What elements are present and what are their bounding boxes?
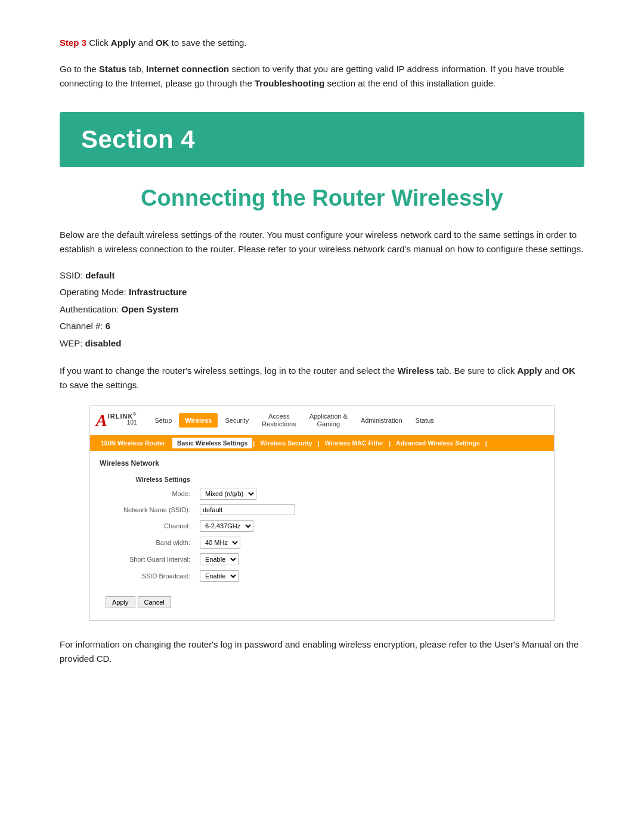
nav-tab-security[interactable]: Security [219, 413, 255, 428]
wireless-defaults: SSID: default Operating Mode: Infrastruc… [60, 267, 584, 352]
ssid-input[interactable] [200, 504, 295, 515]
internet-bold: Internet connection [146, 64, 229, 74]
section-subtitle: Connecting the Router Wirelessly [60, 185, 584, 212]
bandwidth-select[interactable]: 40 MHz [200, 537, 240, 549]
channel-label-field: Channel: [100, 518, 195, 534]
guard-select[interactable]: Enable [200, 553, 239, 565]
table-row-ssid: Network Name (SSID): [100, 502, 544, 518]
router-header: A IRLINK® 101 Setup Wireless Security Ac… [90, 406, 554, 435]
router-subheader: 150N Wireless Router Basic Wireless Sett… [90, 435, 554, 451]
wep-line: WEP: disabled [60, 335, 584, 352]
nav-tab-status[interactable]: Status [410, 413, 440, 428]
section-title: Section 4 [81, 125, 563, 154]
table-row-guard: Short Guard Interval: Enable [100, 551, 544, 568]
apply-bold: Apply [111, 38, 136, 48]
guard-label: Short Guard Interval: [100, 551, 195, 568]
nav-tab-administration[interactable]: Administration [355, 413, 408, 428]
wireless-settings-label: Wireless Settings [100, 473, 195, 485]
mode-label: Mode: [100, 485, 195, 502]
step3-text: Click [89, 38, 111, 48]
ok-bold: OK [156, 38, 169, 48]
nav-tab-setup[interactable]: Setup [149, 413, 178, 428]
router-nav-tabs: Setup Wireless Security AccessRestrictio… [149, 410, 548, 431]
footer-paragraph: For information on changing the router's… [60, 637, 584, 666]
bandwidth-label: Band width: [100, 534, 195, 551]
channel-value: 6 [106, 321, 110, 331]
table-row-channel: Channel: 6-2.437GHz [100, 518, 544, 534]
status-bold: Status [99, 64, 126, 74]
ssid-value: default [85, 270, 114, 280]
subtab-advanced-wireless[interactable]: Advanced Wireless Settings [391, 438, 485, 448]
table-row-header: Wireless Settings [100, 473, 544, 485]
status-paragraph: Go to the Status tab, Internet connectio… [60, 62, 584, 91]
mode-select[interactable]: Mixed (n/g/b) [200, 488, 256, 500]
ssid-broadcast-label: SSID Broadcast: [100, 568, 195, 584]
troubleshooting-bold: Troubleshooting [255, 78, 325, 88]
apply-button[interactable]: Apply [106, 596, 135, 608]
nav-tab-appgaming[interactable]: Application &Gaming [304, 410, 354, 431]
subtab-mac-filter[interactable]: Wireless MAC Filter [320, 438, 389, 448]
subtab-wireless-security[interactable]: Wireless Security [255, 438, 317, 448]
mode-line: Operating Mode: Infrastructure [60, 284, 584, 301]
router-logo: A IRLINK® 101 [96, 412, 137, 429]
channel-select[interactable]: 6-2.437GHz [200, 520, 253, 532]
channel-line: Channel #: 6 [60, 318, 584, 335]
intro-paragraph: Below are the default wireless settings … [60, 228, 584, 256]
settings-table: Wireless Settings Mode: Mixed (n/g/b) Ne… [100, 473, 544, 584]
step3-paragraph: Step 3 Click Apply and OK to save the se… [60, 36, 584, 50]
router-footer-buttons: Apply Cancel [100, 593, 544, 612]
ssid-label-field: Network Name (SSID): [100, 502, 195, 518]
nav-tab-wireless[interactable]: Wireless [179, 413, 218, 428]
subtab-basic-wireless[interactable]: Basic Wireless Settings [172, 438, 252, 448]
section-banner: Section 4 [60, 112, 584, 167]
table-row-bandwidth: Band width: 40 MHz [100, 534, 544, 551]
wireless-network-title: Wireless Network [100, 459, 544, 467]
router-body: Wireless Network Wireless Settings Mode:… [90, 451, 554, 620]
ssid-broadcast-select[interactable]: Enable [200, 570, 239, 582]
wep-value: disabled [85, 338, 122, 348]
auth-value: Open System [121, 304, 178, 314]
table-row-ssid-broadcast: SSID Broadcast: Enable [100, 568, 544, 584]
mode-value: Infrastructure [129, 287, 187, 297]
router-ui: A IRLINK® 101 Setup Wireless Security Ac… [89, 405, 555, 621]
auth-line: Authentication: Open System [60, 301, 584, 318]
wireless-apply-paragraph: If you want to change the router's wirel… [60, 364, 584, 392]
ssid-line: SSID: default [60, 267, 584, 284]
nav-tab-access[interactable]: AccessRestrictions [256, 410, 302, 431]
subtabs: Basic Wireless Settings | Wireless Secur… [172, 438, 488, 448]
wireless-bold: Wireless [398, 366, 435, 376]
table-row-mode: Mode: Mixed (n/g/b) [100, 485, 544, 502]
logo-a-letter: A [96, 412, 107, 429]
cancel-button[interactable]: Cancel [138, 596, 171, 608]
subheader-brand: 150N Wireless Router [96, 438, 170, 448]
step3-label: Step 3 [60, 38, 86, 48]
logo-101: 101 [108, 420, 137, 426]
